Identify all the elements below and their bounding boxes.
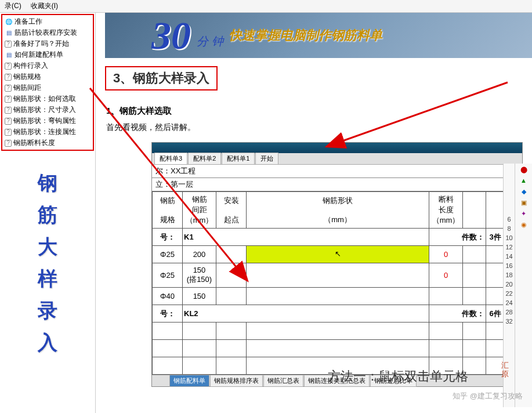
tool-icon[interactable]: ◆ [519, 187, 529, 196]
r1-c6[interactable] [463, 246, 486, 263]
banner: 30 分 钟 快速掌握电脑制作钢筋料单 [105, 13, 532, 58]
group2-count[interactable]: 6件 [486, 305, 505, 323]
th-shape: 钢筋形状（mm） [247, 192, 429, 229]
tool-icon[interactable]: ▣ [519, 198, 529, 207]
help-icon: ? [5, 63, 12, 70]
tab-sheet1[interactable]: 配料单1 [222, 153, 255, 164]
tree-item-shape-pick[interactable]: ?钢筋形状：如何选取 [3, 93, 92, 104]
tool-icon[interactable]: ▲ [519, 176, 529, 185]
help-icon: ? [5, 118, 12, 125]
group2-name[interactable]: KL2 [183, 305, 429, 323]
tree-item-ready[interactable]: ?准备好了吗？开始 [3, 38, 92, 49]
tab-sheet3[interactable]: 配料单3 [154, 153, 187, 164]
r1-spacing[interactable]: 200 [183, 246, 216, 263]
help-icon: ? [5, 41, 12, 48]
btab-sum[interactable]: 钢筋汇总表 [263, 375, 303, 387]
group1-label[interactable]: 号： [153, 229, 183, 246]
content-area: 30 分 钟 快速掌握电脑制作钢筋料单 3、钢筋大样录入 1、钢筋大样选取 首先… [96, 13, 532, 413]
group1-count-label: 件数： [429, 229, 486, 246]
body-text: 首先看视频，然后讲解。 [106, 122, 532, 133]
menu-record[interactable]: 录(C) [0, 0, 26, 12]
tool-icon[interactable]: ✦ [519, 209, 529, 218]
tree-item-install[interactable]: ▤筋筋计较表程序安装 [3, 27, 92, 38]
th-start: 安装起点 [216, 192, 247, 229]
app-window: 配料单3 配料单2 配料单1 开始 尔：XX工程 立：第一层 钢筋规格 钢筋间距… [151, 142, 523, 387]
r3-spec[interactable]: Φ40 [153, 288, 183, 305]
th-blank [463, 192, 486, 229]
globe-icon: 🌐 [5, 18, 13, 26]
tree-item-memberrow[interactable]: ?构件行录入 [3, 60, 92, 71]
project-row: 尔：XX工程 [152, 165, 505, 178]
sidebar: 🌐准备工作 ▤筋筋计较表程序安装 ?准备好了吗？开始 ▤如何新建配料单 ?构件行… [0, 13, 96, 413]
r1-length[interactable]: 0 [429, 246, 463, 263]
tree-item-shape-conn[interactable]: ?钢筋形状：连接属性 [3, 126, 92, 137]
method-caption: 方法一：鼠标双击单元格 [328, 368, 468, 385]
tool-icon[interactable]: ◉ [519, 220, 529, 229]
r1-shape-active-cell[interactable]: ↖ [247, 246, 429, 263]
tree-item-shape-size[interactable]: ?钢筋形状：尺寸录入 [3, 104, 92, 115]
huiyuan-label: 汇 原 [501, 361, 509, 378]
btab-main[interactable]: 钢筋配料单 [169, 375, 209, 387]
banner-slogan: 快速掌握电脑制作钢筋料单 [229, 27, 382, 44]
r3-spacing[interactable]: 150 [183, 288, 216, 305]
th-length: 断料长度（mm） [429, 192, 463, 229]
tree-item-spacing[interactable]: ?钢筋间距 [3, 82, 92, 93]
r1-start[interactable] [216, 246, 247, 263]
help-icon: ? [5, 129, 12, 136]
th-spec: 钢筋规格 [153, 192, 183, 229]
r2-spacing[interactable]: 150(搭150) [183, 263, 216, 288]
menu-favorites[interactable]: 收藏夹(I) [26, 0, 63, 12]
tab-start[interactable]: 开始 [255, 153, 278, 164]
section-title: 3、钢筋大样录入 [105, 66, 218, 90]
sub-title: 1、钢筋大样选取 [106, 106, 532, 117]
watermark: 知乎 @建工复习攻略 [453, 391, 523, 401]
tool-strip: ⬤ ▲ ◆ ▣ ✦ ◉ [515, 164, 532, 407]
doc-icon: ▤ [5, 51, 13, 59]
nav-tree: 🌐准备工作 ▤筋筋计较表程序安装 ?准备好了吗？开始 ▤如何新建配料单 ?构件行… [1, 14, 94, 151]
sheet-area: 尔：XX工程 立：第一层 钢筋规格 钢筋间距（mm） 安装起点 钢筋形状（mm）… [152, 165, 505, 386]
rebar-table: 钢筋规格 钢筋间距（mm） 安装起点 钢筋形状（mm） 断料长度（mm） 号： … [152, 191, 505, 375]
app-titlebar [152, 143, 522, 153]
r1-spec[interactable]: Φ25 [153, 246, 183, 263]
group2-count-label: 件数： [429, 305, 486, 323]
tool-icon[interactable]: ⬤ [519, 165, 529, 174]
tree-item-shape-hook[interactable]: ?钢筋形状：弯钩属性 [3, 115, 92, 126]
banner-unit: 分 钟 [197, 34, 223, 49]
help-icon: ? [5, 140, 12, 147]
help-icon: ? [5, 74, 12, 81]
tree-item-cutlen[interactable]: ?钢筋断料长度 [3, 137, 92, 148]
vertical-title: 钢筋大 样录入 [0, 168, 95, 357]
floor-row: 立：第一层 [152, 178, 505, 191]
r1-c7[interactable] [486, 246, 505, 263]
th-spacing: 钢筋间距（mm） [183, 192, 216, 229]
help-icon: ? [5, 96, 12, 103]
help-icon: ? [5, 85, 12, 92]
top-tabs: 配料单3 配料单2 配料单1 开始 [152, 153, 522, 165]
tree-item-newsheet[interactable]: ▤如何新建配料单 [3, 49, 92, 60]
group1-count[interactable]: 3件 [486, 229, 505, 246]
tab-sheet2[interactable]: 配料单2 [188, 153, 221, 164]
th-blank2 [486, 192, 505, 229]
group1-name[interactable]: K1 [183, 229, 429, 246]
group2-label[interactable]: 号： [153, 305, 183, 323]
r2-length[interactable]: 0 [429, 263, 463, 288]
r2-spec[interactable]: Φ25 [153, 263, 183, 288]
doc-icon: ▤ [5, 29, 13, 37]
tree-item-spec[interactable]: ?钢筋规格 [3, 71, 92, 82]
mouse-cursor-icon: ↖ [334, 249, 342, 260]
banner-number: 30 [151, 13, 191, 58]
btab-sort[interactable]: 钢筋规格排序表 [210, 375, 263, 387]
tree-item-prep[interactable]: 🌐准备工作 [3, 16, 92, 27]
help-icon: ? [5, 107, 12, 114]
